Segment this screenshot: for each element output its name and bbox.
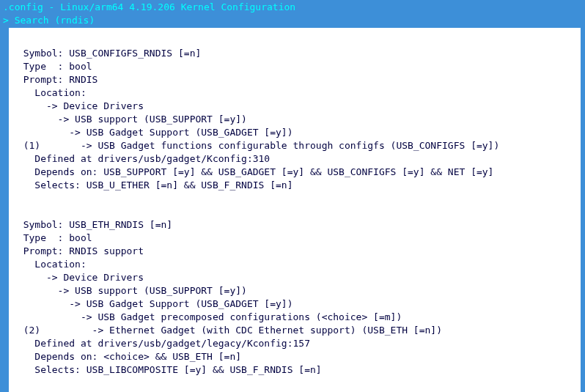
window-title: .config - Linux/arm64 4.19.206 Kernel Co… <box>0 0 585 15</box>
search-arrow: > <box>3 15 15 26</box>
search-breadcrumb: > Search (rndis) <box>0 15 585 28</box>
title-text: .config - Linux/arm64 4.19.206 Kernel Co… <box>3 1 295 12</box>
search-results-pane[interactable]: Symbol: USB_CONFIGFS_RNDIS [=n] Type : b… <box>9 28 581 392</box>
search-label: Search (rndis) <box>15 15 95 26</box>
